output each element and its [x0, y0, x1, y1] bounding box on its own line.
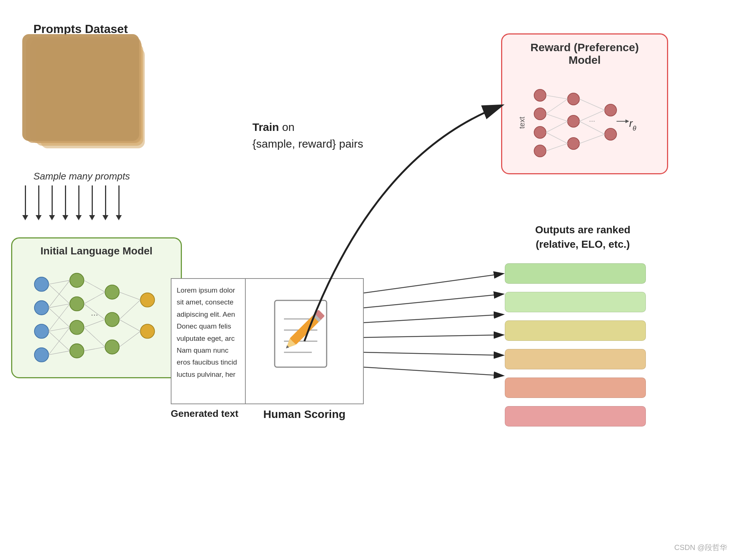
ranked-bar-1: [505, 263, 646, 284]
svg-text:text: text: [518, 116, 526, 129]
svg-line-27: [84, 320, 105, 327]
ranked-bars: [505, 263, 646, 426]
train-text: Train on {sample, reward} pairs: [252, 119, 363, 152]
svg-point-0: [35, 277, 49, 291]
main-diagram: Prompts Dataset Sample many prompts Init…: [0, 0, 742, 560]
svg-line-28: [84, 327, 105, 347]
arrow-5: [76, 185, 82, 220]
outputs-ranked-text: Outputs are ranked (relative, ELO, etc.): [535, 224, 631, 250]
svg-line-14: [49, 280, 70, 284]
arrow-4: [62, 185, 68, 220]
svg-point-9: [105, 313, 119, 327]
document-pencil-icon: [264, 297, 345, 386]
svg-line-47: [546, 99, 568, 114]
svg-line-72: [364, 335, 503, 337]
svg-line-20: [49, 327, 70, 332]
ranked-bar-2: [505, 292, 646, 312]
svg-point-43: [605, 104, 617, 116]
svg-point-37: [534, 126, 546, 138]
svg-line-52: [579, 99, 605, 110]
svg-point-36: [534, 108, 546, 120]
svg-line-46: [546, 95, 568, 99]
arrow-1: [22, 185, 28, 220]
svg-line-30: [119, 292, 140, 300]
train-pairs: {sample, reward} pairs: [252, 138, 363, 150]
svg-point-8: [105, 285, 119, 299]
svg-line-22: [49, 327, 70, 355]
svg-line-17: [49, 304, 70, 308]
svg-point-1: [35, 301, 49, 315]
ranked-bar-4: [505, 349, 646, 369]
svg-point-38: [534, 145, 546, 157]
svg-point-39: [568, 93, 579, 105]
reward-neural-network: text ··· rθ: [514, 69, 655, 166]
ilm-neural-network: ···: [22, 261, 171, 370]
ilm-label: Initial Language Model: [40, 245, 153, 257]
arrow-6: [89, 185, 95, 220]
svg-line-70: [364, 294, 503, 308]
svg-point-44: [605, 128, 617, 140]
down-arrows: [22, 185, 122, 220]
svg-line-69: [364, 274, 503, 293]
svg-line-31: [119, 300, 140, 320]
generated-text-label: Generated text: [171, 408, 238, 419]
svg-line-50: [546, 132, 568, 144]
svg-marker-57: [625, 119, 629, 123]
svg-point-10: [105, 340, 119, 354]
svg-line-24: [84, 280, 105, 292]
svg-point-2: [35, 324, 49, 338]
svg-point-41: [568, 138, 579, 149]
svg-point-12: [140, 293, 154, 307]
svg-text:···: ···: [91, 310, 98, 319]
svg-line-73: [364, 352, 503, 355]
svg-point-40: [568, 115, 579, 127]
ranked-bar-5: [505, 378, 646, 398]
svg-line-51: [546, 144, 568, 151]
svg-point-6: [70, 320, 84, 335]
svg-line-48: [546, 114, 568, 121]
svg-text:rθ: rθ: [629, 118, 636, 132]
prompts-dataset-cards: [22, 37, 148, 156]
outputs-ranked-label: Outputs are ranked (relative, ELO, etc.): [512, 223, 653, 251]
svg-point-7: [70, 344, 84, 358]
svg-point-13: [140, 324, 154, 338]
svg-line-16: [49, 280, 70, 308]
svg-line-29: [84, 347, 105, 351]
ilm-box: Initial Language Model ···: [11, 237, 182, 378]
svg-point-3: [35, 348, 49, 362]
svg-line-49: [546, 121, 568, 132]
reward-model-label: Reward (Preference)Model: [530, 41, 639, 66]
svg-point-5: [70, 297, 84, 311]
train-bold: Train: [252, 121, 279, 133]
human-scoring-label: Human Scoring: [252, 408, 356, 421]
arrow-8: [116, 185, 122, 220]
svg-text:···: ···: [589, 116, 595, 125]
svg-line-33: [119, 331, 140, 347]
svg-line-19: [49, 304, 70, 331]
reward-model-box: Reward (Preference)Model text ··· rθ: [501, 33, 668, 174]
svg-line-74: [364, 367, 503, 376]
arrow-2: [36, 185, 42, 220]
arrow-3: [49, 185, 55, 220]
human-scoring-box: [245, 278, 364, 404]
svg-point-4: [70, 273, 84, 287]
svg-line-71: [364, 314, 503, 323]
svg-line-55: [579, 134, 605, 144]
svg-line-32: [119, 320, 140, 332]
svg-line-25: [84, 292, 105, 304]
watermark: CSDN @段哲华: [674, 543, 727, 553]
ranked-bar-3: [505, 320, 646, 341]
ranked-bar-6: [505, 406, 646, 426]
card-layer-5: [22, 34, 139, 141]
generated-text-content: Lorem ipsum dolor sit amet, consecte adi…: [177, 286, 237, 378]
arrow-7: [102, 185, 108, 220]
sample-prompts-label: Sample many prompts: [33, 171, 130, 182]
svg-line-23: [49, 351, 70, 355]
svg-point-35: [534, 89, 546, 101]
